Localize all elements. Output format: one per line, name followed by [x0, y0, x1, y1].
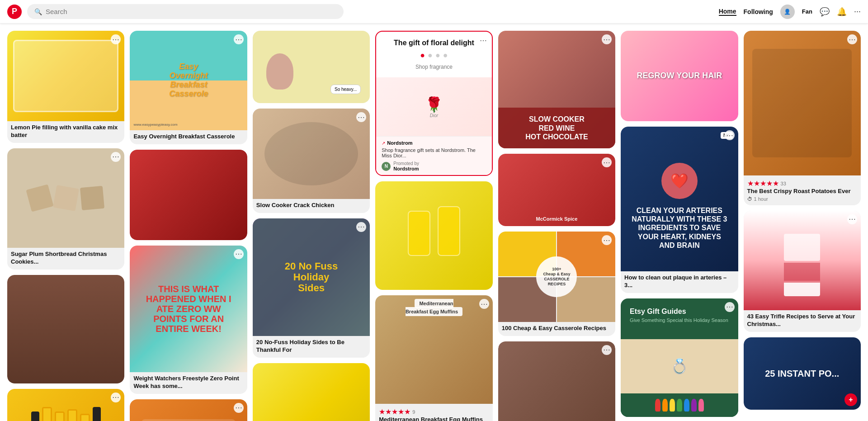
pin-title: Lemon Pie filling with vanilla cake mix … — [11, 124, 121, 139]
notifications-icon[interactable]: 🔔 — [837, 7, 847, 17]
pin-trifle-recipes[interactable]: 43 Easy Trifle Recipes to Serve at Your … — [744, 211, 861, 332]
pin-etsy-guides[interactable]: Etsy Gift Guides Give Something Special … — [621, 298, 738, 417]
search-icon: 🔍 — [34, 8, 42, 15]
pin-title: Easy Overnight Breakfast Casse­role — [133, 133, 243, 141]
pin-roast-potatoes[interactable]: ★★★★★ 33 The Best Crispy Roast Potatoes … — [744, 31, 861, 205]
pin-options[interactable]: ⋯ — [356, 112, 366, 122]
pin-options[interactable]: ⋯ — [602, 345, 612, 355]
pin-options[interactable]: ⋯ — [602, 235, 612, 245]
pinterest-logo[interactable]: P — [7, 5, 22, 19]
more-options-icon[interactable]: ··· — [854, 7, 861, 16]
pin-options[interactable]: ⋯ — [479, 299, 489, 309]
pin-options[interactable]: ⋯ — [111, 34, 121, 44]
pin-options[interactable]: ⋯ — [478, 35, 488, 45]
pin-title: Mediterranean Breakfast Egg Muffins — [379, 416, 489, 421]
pin-sugar-plum[interactable]: Sugar Plum Shortbread Christ­mas Cookies… — [7, 148, 124, 270]
pin-holiday-sides[interactable]: 20 No FussHolidaySides 20 No-Fuss Holida… — [253, 218, 370, 358]
pin-tortiere[interactable]: Tortiere for Christmas! perfect. Can be … — [498, 341, 615, 421]
pin-arteries-article[interactable]: NK ❤️ CLEAN YOUR ARTERIES NATURALLY WITH… — [621, 127, 738, 293]
pin-lemon-pie[interactable]: Lemon Pie filling with vanilla cake mix … — [7, 31, 124, 143]
pin-dior-ad[interactable]: The gift of floral delight ● ● ● ● Shop … — [375, 31, 492, 176]
messages-icon[interactable]: 💬 — [820, 7, 830, 17]
pin-title: Sugar Plum Shortbread Christ­mas Cookies… — [11, 251, 121, 266]
header: P 🔍 Home Following 👤 Fan 💬 🔔 ··· — [0, 0, 868, 24]
pin-food-dark-col1[interactable] — [7, 275, 124, 383]
nav-user-label: Fan — [802, 8, 812, 15]
pin-cartoon-col3[interactable]: So heavy... — [253, 31, 370, 103]
pin-options[interactable]: ⋯ — [602, 34, 612, 44]
nav-following[interactable]: Following — [744, 8, 773, 15]
add-pin-button[interactable]: + — [844, 393, 857, 406]
pin-ww-zero-points[interactable]: THIS IS WHAT HAPPENED WHEN I ATE ZERO WW… — [130, 246, 247, 394]
pin-time: ⏱ 1 hour — [747, 196, 857, 202]
pin-painkiller-cocktails[interactable]: PAINKILLERCOCKTAILS with Rum, Orange... — [253, 363, 370, 421]
search-bar[interactable]: 🔍 — [27, 4, 344, 19]
search-input[interactable] — [46, 8, 336, 15]
pin-mccormick[interactable]: McCormick Spice ⋯ — [498, 154, 615, 226]
pin-title: How to clean out plaque in ar­teries – 3… — [624, 274, 734, 289]
star-rating: ★★★★★ 33 — [747, 179, 857, 188]
pin-title: Weight Watchers Freestyle Zero Point Wee… — [133, 375, 243, 390]
pin-options[interactable]: ⋯ — [847, 214, 857, 224]
pin-egg-muffins[interactable]: MediterraneanBreakfast Egg Muffins ★★★★★… — [375, 295, 492, 421]
pin-options[interactable]: ⋯ — [111, 152, 121, 162]
pin-ginger-shots[interactable]: Ginger Tumeric Shots ⋯ — [7, 389, 124, 421]
pin-options[interactable]: ⋯ — [356, 222, 366, 232]
pin-breakfast-casserole[interactable]: EasyOvernightBreakfastCasserole www.easy… — [130, 31, 247, 144]
pin-instant-pot[interactable]: 25 INSTANT PO... + — [744, 337, 861, 410]
header-nav: Home Following 👤 Fan 💬 🔔 ··· — [719, 5, 861, 19]
pin-drinks-col5[interactable] — [375, 181, 492, 290]
pin-casserole-collage[interactable]: 100+Cheap & EasyCASSEROLERECIPES 100 Che… — [498, 232, 615, 336]
avatar-icon: 👤 — [784, 9, 791, 15]
pin-options[interactable]: ⋯ — [234, 403, 244, 413]
pin-crack-chicken[interactable]: Slow Cooker Crack Chicken ⋯ — [253, 109, 370, 213]
pin-title: 100 Cheap & Easy Casserole Recipes — [502, 325, 612, 332]
pin-hot-chocolate[interactable]: Slow CookerRED WINEHOT CHOCOLATE ⋯ — [498, 31, 615, 148]
nav-home[interactable]: Home — [719, 8, 736, 16]
pin-regrow-hair[interactable]: REGROW YOUR HAIR — [621, 31, 738, 121]
pin-options[interactable]: ⋯ — [725, 130, 735, 140]
pin-options[interactable]: ⋯ — [111, 393, 121, 402]
pin-options[interactable]: ⋯ — [234, 249, 244, 259]
pin-title: 20 No-Fuss Holiday Sides to Be Thankful … — [256, 339, 366, 354]
pin-title: The Best Crispy Roast Potatoes Ever — [747, 188, 857, 195]
pin-title: Slow Cooker Crack Chicken — [256, 202, 366, 209]
pin-grid: Lemon Pie filling with vanilla cake mix … — [0, 24, 868, 421]
pin-food-col2-bottom[interactable] — [130, 150, 247, 240]
pin-cranberry-bread[interactable]: ★★★★★ 10 Orange Cranberry Bread ⏱ 1.5 ho… — [130, 399, 247, 421]
pin-options[interactable]: ⋯ — [602, 157, 612, 167]
nav-avatar[interactable]: 👤 — [780, 5, 795, 19]
pin-options[interactable]: ⋯ — [725, 302, 735, 312]
pin-title: 43 Easy Trifle Recipes to Serve at Your … — [747, 313, 857, 328]
pin-options[interactable]: ⋯ — [847, 34, 857, 44]
star-rating: ★★★★★ 9 — [379, 407, 489, 416]
